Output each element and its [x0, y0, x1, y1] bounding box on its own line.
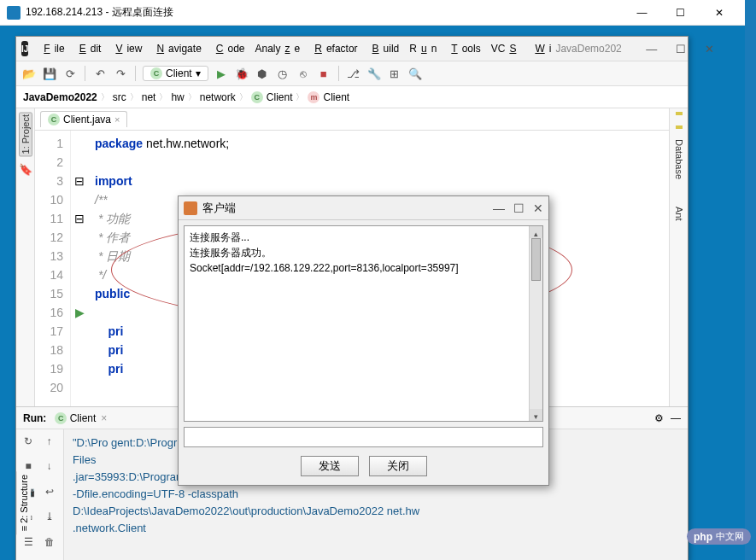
refresh-icon[interactable]: ⟳: [62, 66, 78, 81]
maximize-button[interactable]: ☐: [661, 0, 700, 26]
trash-icon[interactable]: 🗑: [41, 534, 58, 551]
breadcrumb-item[interactable]: src: [113, 91, 126, 103]
scroll-up-icon[interactable]: ▴: [530, 226, 542, 238]
menu-run[interactable]: Run: [405, 41, 441, 56]
run-tab-name[interactable]: Client: [70, 412, 97, 424]
run-icon[interactable]: ▶: [214, 66, 229, 81]
fold-gutter: ⊟⊟▶: [71, 131, 88, 406]
wrap-icon[interactable]: ↩: [41, 483, 58, 500]
dialog-minimize-button[interactable]: —: [493, 201, 505, 215]
scrollbar[interactable]: ▴ ▾: [529, 226, 542, 421]
intellij-logo-icon: IJ: [21, 41, 28, 56]
menu-edit[interactable]: Edit: [71, 41, 106, 56]
menu-file[interactable]: File: [35, 41, 68, 56]
warning-marker[interactable]: [676, 112, 683, 115]
class-icon: C: [55, 412, 67, 424]
dialog-close-button[interactable]: ✕: [533, 201, 543, 215]
ide-close-button[interactable]: ✕: [697, 43, 723, 55]
coverage-icon[interactable]: ⬢: [255, 66, 270, 81]
run-panel-label: Run:: [23, 412, 46, 424]
menu-view[interactable]: View: [107, 41, 146, 56]
editor-tabs: C Client.java ×: [35, 108, 669, 131]
attach-icon[interactable]: ⎋: [296, 66, 311, 81]
menu-navigate[interactable]: Navigate: [148, 41, 205, 56]
redo-icon[interactable]: ↷: [113, 66, 128, 81]
stop-icon[interactable]: ■: [316, 66, 331, 81]
database-tool-button[interactable]: Database: [674, 139, 684, 179]
class-icon: C: [48, 114, 60, 125]
hide-icon[interactable]: —: [671, 412, 681, 424]
menu-vcs[interactable]: VCS: [487, 41, 525, 56]
close-tab-icon[interactable]: ×: [114, 114, 120, 125]
class-icon: C: [251, 91, 263, 103]
ant-tool-button[interactable]: Ant: [674, 207, 684, 221]
down-icon[interactable]: ↓: [41, 458, 58, 475]
warning-marker[interactable]: [676, 125, 683, 129]
send-button[interactable]: 发送: [301, 456, 359, 476]
scroll-icon[interactable]: ⤓: [41, 508, 58, 525]
editor-tab[interactable]: C Client.java ×: [40, 111, 127, 127]
menu-tools[interactable]: Tools: [442, 41, 484, 56]
search-icon[interactable]: 🔍: [407, 66, 423, 81]
rerun-icon[interactable]: ↻: [20, 433, 37, 450]
method-icon: m: [308, 91, 319, 103]
breadcrumb-item[interactable]: net: [142, 91, 156, 103]
rdp-icon: [7, 6, 21, 20]
java-icon: [184, 201, 197, 215]
close-run-tab-icon[interactable]: ×: [101, 412, 107, 424]
breadcrumb-root[interactable]: JavaDemo2022: [23, 91, 97, 103]
bookmark-icon[interactable]: 🔖: [19, 163, 32, 176]
right-toolwindow-bar: Database Ant: [669, 108, 688, 406]
rdp-titlebar: 192.168.214.213 - 远程桌面连接 — ☐ ✕: [0, 0, 745, 26]
structure-icon[interactable]: ⊞: [387, 66, 402, 81]
filter-icon[interactable]: ☰: [20, 534, 37, 551]
project-tool-button[interactable]: 1: Project: [19, 112, 32, 156]
breadcrumb-item[interactable]: Client: [267, 91, 293, 103]
toolbar: 📂 💾 ⟳ ↶ ↷ C Client ▾ ▶ 🐞 ⬢ ◷ ⎋ ■ ⎇: [16, 61, 688, 86]
dialog-output[interactable]: 连接服务器... 连接服务器成功。 Socket[addr=/192.168.1…: [184, 225, 543, 422]
save-icon[interactable]: 💾: [42, 66, 57, 81]
vcs-icon[interactable]: ⎇: [346, 66, 361, 81]
menu-analyze[interactable]: Analyze: [251, 41, 305, 56]
dialog-title: 客户端: [202, 201, 236, 216]
project-title: JavaDemo202: [555, 43, 621, 55]
minimize-button[interactable]: —: [623, 0, 661, 26]
close-button[interactable]: ✕: [700, 0, 738, 26]
class-icon: C: [150, 67, 162, 79]
structure-tool-button[interactable]: ≡ 2: Structure: [16, 471, 31, 534]
line-gutter: 1231011121314151617181920: [35, 131, 71, 406]
watermark-logo: php中文网: [687, 528, 751, 545]
gear-icon[interactable]: ⚙: [654, 412, 664, 424]
close-button[interactable]: 关闭: [369, 456, 427, 476]
debug-icon[interactable]: 🐞: [234, 66, 249, 81]
rdp-window: 192.168.214.213 - 远程桌面连接 — ☐ ✕ IJ File E…: [0, 0, 745, 560]
wrench-icon[interactable]: 🔧: [366, 66, 382, 81]
breadcrumb-item[interactable]: network: [200, 91, 236, 103]
dialog-maximize-button[interactable]: ☐: [513, 201, 525, 215]
menu-refactor[interactable]: Refactor: [306, 41, 361, 56]
open-icon[interactable]: 📂: [21, 66, 37, 81]
profile-icon[interactable]: ◷: [275, 66, 290, 81]
menu-build[interactable]: Build: [364, 41, 404, 56]
run-config-selector[interactable]: C Client ▾: [143, 66, 208, 81]
undo-icon[interactable]: ↶: [92, 66, 108, 81]
scroll-down-icon[interactable]: ▾: [530, 409, 542, 421]
breadcrumb-item[interactable]: Client: [323, 91, 349, 103]
scroll-thumb[interactable]: [531, 238, 541, 281]
menu-bar: File Edit View Navigate Code Analyze Ref…: [35, 41, 555, 56]
breadcrumb-item[interactable]: hw: [171, 91, 184, 103]
left-toolwindow-bar: 1: Project 🔖: [16, 108, 35, 406]
up-icon[interactable]: ↑: [41, 433, 58, 450]
client-dialog: 客户端 — ☐ ✕ 连接服务器... 连接服务器成功。 Socket[addr=…: [178, 195, 549, 486]
menu-window[interactable]: Wi: [526, 41, 555, 56]
ide-maximize-button[interactable]: ☐: [668, 43, 694, 55]
dialog-input[interactable]: [184, 427, 543, 447]
chevron-down-icon: ▾: [196, 67, 201, 79]
menu-code[interactable]: Code: [208, 41, 249, 56]
ide-titlebar: IJ File Edit View Navigate Code Analyze …: [16, 37, 688, 61]
breadcrumb: JavaDemo2022〉 src〉 net〉 hw〉 network〉 C C…: [16, 86, 688, 108]
dialog-titlebar[interactable]: 客户端 — ☐ ✕: [179, 196, 548, 220]
rdp-title: 192.168.214.213 - 远程桌面连接: [26, 5, 623, 20]
ide-minimize-button[interactable]: —: [639, 43, 665, 55]
